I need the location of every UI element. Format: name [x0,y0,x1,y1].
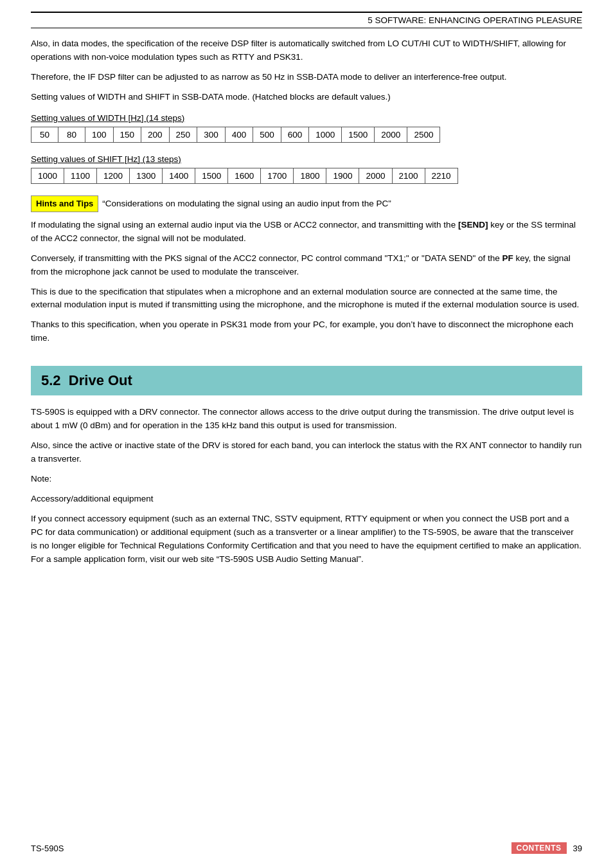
table-cell: 2500 [407,127,440,142]
hints-label: Hints and Tips [31,195,98,212]
table-cell: 1000 [309,127,342,142]
table-cell: 2000 [375,127,407,142]
accessory-para: If you connect accessory equipment (such… [31,512,582,566]
table-cell: 100 [85,127,114,142]
table-cell: 400 [225,127,253,142]
page-header: 5 SOFTWARE: ENHANCING OPERATING PLEASURE [31,12,582,28]
table-cell: 80 [58,127,85,142]
table-cell: 1600 [228,168,261,183]
accessory-label: Accessory/additional equipment [31,493,582,506]
table-cell: 2000 [359,168,392,183]
page: 5 SOFTWARE: ENHANCING OPERATING PLEASURE… [0,0,613,868]
table-cell: 1000 [31,168,64,183]
hints-para-2: Conversely, if transmitting with the PKS… [31,252,582,279]
hints-para-4: Thanks to this specification, when you o… [31,318,582,345]
intro-para-1: Also, in data modes, the specification o… [31,37,582,64]
width-table-label: Setting values of WIDTH [Hz] (14 steps) [31,113,582,123]
page-footer: TS-590S CONTENTS 39 [31,842,582,854]
table-cell: 2100 [392,168,425,183]
pf-bold: PF [502,253,513,263]
hints-quote: “Considerations on modulating the signal… [102,198,391,208]
shift-table: 1000110012001300140015001600170018001900… [31,168,458,184]
hints-para-1: If modulating the signal using an extern… [31,219,582,246]
intro-para-3: Setting values of WIDTH and SHIFT in SSB… [31,91,582,104]
section52-para-1: TS-590S is equipped with a DRV connector… [31,406,582,433]
footer-page-number: 39 [573,844,582,853]
send-bold: [SEND] [458,220,488,230]
section-52-heading: 5.2 Drive Out [31,366,582,395]
table-cell: 200 [141,127,170,142]
table-cell: 1300 [130,168,163,183]
width-table: 5080100150200250300400500600100015002000… [31,127,440,143]
table-cell: 1700 [261,168,294,183]
footer-model: TS-590S [31,844,64,853]
table-cell: 2210 [425,168,458,183]
section52-para-2: Also, since the active or inactive state… [31,439,582,466]
table-cell: 1200 [97,168,130,183]
table-cell: 1500 [342,127,375,142]
section-52-title: Drive Out [69,372,132,388]
table-cell: 1400 [163,168,195,183]
hints-para-3: This is due to the specification that st… [31,285,582,312]
section-52-number: 5.2 [41,372,61,388]
shift-table-label: Setting values of SHIFT [Hz] (13 steps) [31,154,582,164]
table-cell: 500 [253,127,281,142]
table-cell: 1500 [195,168,228,183]
table-cell: 1100 [64,168,97,183]
footer-contents-button[interactable]: CONTENTS [511,842,567,854]
table-cell: 1900 [326,168,359,183]
table-cell: 600 [281,127,309,142]
table-cell: 50 [31,127,58,142]
table-cell: 300 [197,127,226,142]
table-cell: 250 [169,127,197,142]
table-cell: 1800 [294,168,326,183]
intro-para-2: Therefore, the IF DSP filter can be adju… [31,71,582,84]
table-cell: 150 [113,127,141,142]
header-title: 5 SOFTWARE: ENHANCING OPERATING PLEASURE [368,15,582,25]
hints-line: Hints and Tips“Considerations on modulat… [31,195,582,212]
note-label: Note: [31,473,582,486]
hints-para-1-text: If modulating the signal using an extern… [31,220,576,243]
